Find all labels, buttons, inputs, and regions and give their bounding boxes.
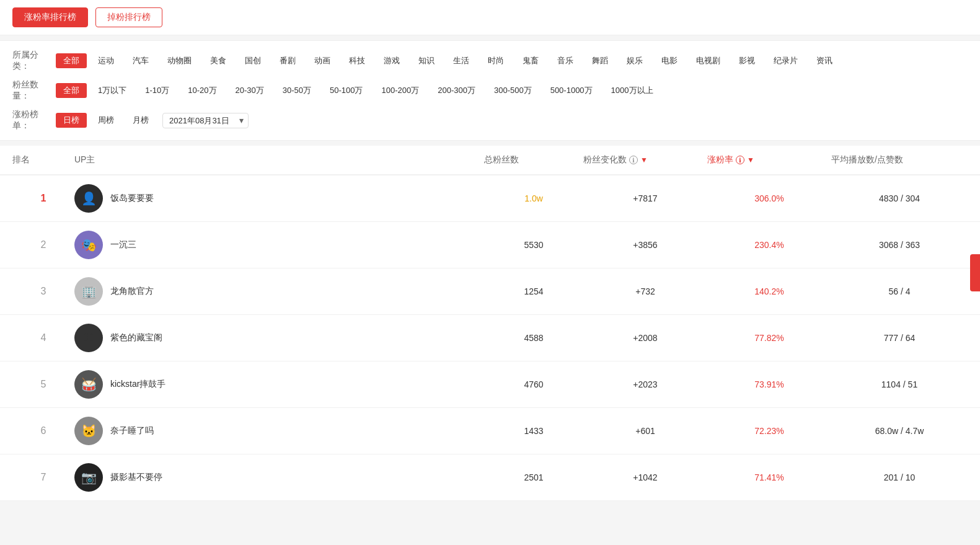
growth-rate-5: 72.23% — [707, 426, 831, 436]
growth-rate-2: 140.2% — [707, 286, 831, 296]
header-up: UP主 — [74, 154, 484, 166]
category-tag-3[interactable]: 动物圈 — [160, 53, 199, 68]
fans-tag-11[interactable]: 1000万以上 — [604, 83, 661, 98]
fans-tag-2[interactable]: 1-10万 — [138, 83, 177, 98]
category-tag-2[interactable]: 汽车 — [125, 53, 156, 68]
fans-tag-5[interactable]: 30-50万 — [275, 83, 319, 98]
growth-rate-0: 306.0% — [707, 193, 831, 203]
category-tag-6[interactable]: 番剧 — [272, 53, 303, 68]
fans-tag-3[interactable]: 10-20万 — [180, 83, 224, 98]
avg-play-0: 4830 / 304 — [831, 193, 968, 203]
total-fans-6: 2501 — [484, 472, 583, 482]
total-fans-1: 5530 — [484, 240, 583, 250]
total-fans-2: 1254 — [484, 286, 583, 296]
fans-change-1: +3856 — [583, 240, 707, 250]
category-tag-16[interactable]: 娱乐 — [619, 53, 650, 68]
category-tag-10[interactable]: 知识 — [411, 53, 442, 68]
category-tag-18[interactable]: 电视剧 — [689, 53, 728, 68]
category-tag-0[interactable]: 全部 — [56, 53, 87, 68]
rank-num-4: 5 — [12, 379, 74, 390]
tab-growth-rate[interactable]: 涨粉率排行榜 — [12, 7, 88, 27]
table-row[interactable]: 5🥁kickstar摔鼓手4760+202373.91%1104 / 51 — [0, 361, 980, 408]
fans-tag-9[interactable]: 300-500万 — [487, 83, 539, 98]
fans-tag-6[interactable]: 50-100万 — [322, 83, 370, 98]
category-filter-row: 所属分类： 全部运动汽车动物圈美食国创番剧动画科技游戏知识生活时尚鬼畜音乐舞蹈娱… — [12, 50, 968, 72]
up-name-5: 奈子睡了吗 — [110, 425, 154, 436]
table-row[interactable]: 3🏢龙角散官方1254+732140.2%56 / 4 — [0, 268, 980, 315]
header-fans-change: 粉丝变化数 ℹ ▼ — [583, 154, 707, 166]
date-select-wrapper[interactable]: 2021年08月31日 — [162, 113, 249, 128]
up-info-6: 📷摄影基不要停 — [74, 463, 484, 492]
category-tag-21[interactable]: 资讯 — [809, 53, 840, 68]
category-tag-11[interactable]: 生活 — [446, 53, 477, 68]
right-sidebar-handle[interactable] — [970, 254, 980, 291]
avg-play-5: 68.0w / 4.7w — [831, 426, 968, 436]
fans-tag-7[interactable]: 100-200万 — [374, 83, 427, 98]
up-info-3: 🕶紫色的藏宝阁 — [74, 324, 484, 352]
category-tag-1[interactable]: 运动 — [90, 53, 121, 68]
category-tag-19[interactable]: 影视 — [731, 53, 762, 68]
growth-rate-sort-icon[interactable]: ▼ — [747, 156, 754, 164]
total-fans-5: 1433 — [484, 426, 583, 436]
category-tag-20[interactable]: 纪录片 — [766, 53, 805, 68]
date-select[interactable]: 2021年08月31日 — [162, 113, 249, 128]
fans-label: 粉丝数量： — [12, 79, 50, 102]
table-row[interactable]: 2🎭一沉三5530+3856230.4%3068 / 363 — [0, 222, 980, 268]
rank-num-3: 4 — [12, 332, 74, 343]
table-row[interactable]: 4🕶紫色的藏宝阁4588+200877.82%777 / 64 — [0, 315, 980, 361]
category-tag-14[interactable]: 音乐 — [550, 53, 581, 68]
fans-change-sort-icon[interactable]: ▼ — [640, 156, 648, 164]
rank-num-5: 6 — [12, 425, 74, 436]
up-name-6: 摄影基不要停 — [110, 472, 162, 483]
category-tag-8[interactable]: 科技 — [342, 53, 373, 68]
avg-play-6: 201 / 10 — [831, 472, 968, 482]
rank-num-0: 1 — [12, 193, 74, 204]
table-row[interactable]: 7📷摄影基不要停2501+104271.41%201 / 10 — [0, 454, 980, 501]
fans-tag-10[interactable]: 500-1000万 — [543, 83, 600, 98]
up-info-0: 👤饭岛要要要 — [74, 184, 484, 213]
growth-rate-6: 71.41% — [707, 472, 831, 482]
growth-rate-4: 73.91% — [707, 379, 831, 389]
table-section: 排名 UP主 总粉丝数 粉丝变化数 ℹ ▼ 涨粉率 ℹ ▼ 平均播放数/点赞数 … — [0, 146, 980, 501]
category-label: 所属分类： — [12, 50, 50, 72]
chart-tag-2[interactable]: 月榜 — [125, 113, 156, 128]
up-info-5: 🐱奈子睡了吗 — [74, 417, 484, 445]
category-tag-15[interactable]: 舞蹈 — [585, 53, 616, 68]
chart-tag-0[interactable]: 日榜 — [56, 113, 87, 128]
category-tag-4[interactable]: 美食 — [203, 53, 234, 68]
fans-tag-1[interactable]: 1万以下 — [90, 83, 134, 98]
chart-filter-row: 涨粉榜单： 日榜周榜月榜 2021年08月31日 — [12, 109, 968, 131]
chart-tag-1[interactable]: 周榜 — [90, 113, 121, 128]
fans-change-info-icon[interactable]: ℹ — [629, 156, 638, 164]
avg-play-2: 56 / 4 — [831, 286, 968, 296]
up-name-1: 一沉三 — [110, 239, 136, 250]
rank-num-1: 2 — [12, 239, 74, 250]
growth-rate-1: 230.4% — [707, 240, 831, 250]
up-name-4: kickstar摔鼓手 — [110, 379, 166, 390]
up-name-2: 龙角散官方 — [110, 286, 154, 297]
category-tag-12[interactable]: 时尚 — [480, 53, 511, 68]
fans-change-0: +7817 — [583, 193, 707, 203]
category-tag-5[interactable]: 国创 — [237, 53, 268, 68]
chart-label: 涨粉榜单： — [12, 109, 50, 131]
tab-drop-rate[interactable]: 掉粉排行榜 — [95, 7, 162, 27]
fans-change-3: +2008 — [583, 333, 707, 343]
fans-tag-8[interactable]: 200-300万 — [430, 83, 483, 98]
rank-num-2: 3 — [12, 286, 74, 297]
category-tag-9[interactable]: 游戏 — [376, 53, 407, 68]
avatar-0: 👤 — [74, 184, 103, 213]
table-header: 排名 UP主 总粉丝数 粉丝变化数 ℹ ▼ 涨粉率 ℹ ▼ 平均播放数/点赞数 — [0, 146, 980, 175]
table-row[interactable]: 1👤饭岛要要要1.0w+7817306.0%4830 / 304 — [0, 175, 980, 222]
total-fans-4: 4760 — [484, 379, 583, 389]
avatar-2: 🏢 — [74, 277, 103, 306]
fans-tag-0[interactable]: 全部 — [56, 83, 87, 98]
avatar-3: 🕶 — [74, 324, 103, 352]
filter-section: 所属分类： 全部运动汽车动物圈美食国创番剧动画科技游戏知识生活时尚鬼畜音乐舞蹈娱… — [0, 40, 980, 141]
category-tag-17[interactable]: 电影 — [654, 53, 685, 68]
growth-rate-info-icon[interactable]: ℹ — [736, 156, 744, 164]
category-tag-7[interactable]: 动画 — [307, 53, 338, 68]
fans-tag-4[interactable]: 20-30万 — [228, 83, 271, 98]
category-tag-13[interactable]: 鬼畜 — [515, 53, 546, 68]
growth-rate-3: 77.82% — [707, 333, 831, 343]
table-row[interactable]: 6🐱奈子睡了吗1433+60172.23%68.0w / 4.7w — [0, 408, 980, 454]
